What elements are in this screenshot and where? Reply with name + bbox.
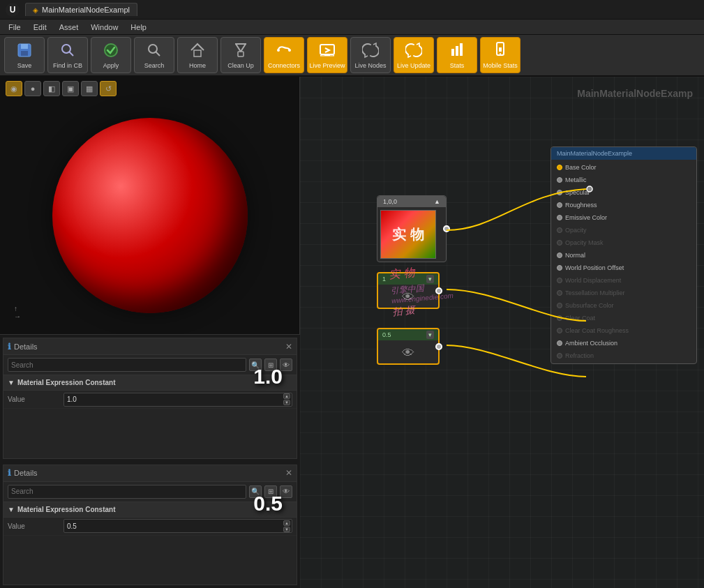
value-up-2[interactable]: ▲ (283, 520, 290, 526)
search-button[interactable]: Search (134, 37, 174, 73)
pin-subsurface: Subsurface Color (554, 299, 694, 312)
constant1-node[interactable]: 1 ▾ 👁 (377, 272, 440, 309)
svg-rect-17 (451, 49, 454, 56)
save-button[interactable]: Save (4, 37, 45, 73)
value-down-2[interactable]: ▼ (283, 527, 290, 532)
home-button[interactable]: Home (177, 37, 218, 73)
texture-node-body: 实 物 (377, 207, 446, 262)
left-panel: ◉ ● ◧ ▣ ▦ ↺ ↑→ ℹ Details ✕ 🔍 ⊞ (0, 77, 300, 588)
search-icon (146, 42, 163, 61)
title-bar: U ◈ MainMaterialNodeExampl (0, 0, 704, 20)
info-icon-1: ℹ (8, 342, 11, 352)
value-down-1[interactable]: ▼ (283, 400, 290, 405)
pin-base-color: Base Color (554, 161, 694, 174)
vp-mode-4[interactable]: ▣ (62, 81, 79, 96)
pin-label-normal: Normal (565, 252, 585, 259)
value-arrows-1[interactable]: ▲ ▼ (283, 393, 290, 405)
live-update-button[interactable]: Live Update (394, 37, 434, 73)
details-title-1: Details (14, 342, 38, 351)
value-field-1[interactable]: 1.0 ▲ ▼ (63, 393, 292, 407)
vp-mode-2[interactable]: ● (24, 81, 41, 96)
menu-edit[interactable]: Edit (28, 22, 52, 33)
right-panel[interactable]: MainMaterialNodeExamp 实 物 引擎中国 www.engin… (300, 77, 704, 588)
pin-opacity: Opacity (554, 224, 694, 236)
big-value-1: 1.0 (253, 365, 283, 389)
constant05-node[interactable]: 0.5 ▾ 👁 (377, 328, 440, 365)
find-in-cb-button[interactable]: Find in CB (47, 37, 88, 73)
pin-emissive: Emissive Color (554, 211, 694, 224)
value-label-1: Value (8, 395, 63, 403)
pin-label-clear-coat: Clear Coat (565, 315, 595, 322)
tab-label: MainMaterialNodeExampl (42, 6, 130, 14)
svg-rect-11 (238, 52, 244, 56)
section-label-1: Material Expression Constant (17, 379, 116, 386)
material-node: MainMaterialNodeExample Base Color Metal… (551, 146, 697, 364)
texture-node[interactable]: 1,0,0 ▲ 实 物 (377, 195, 447, 262)
home-icon (189, 42, 206, 61)
pin-roughness: Roughness (554, 199, 694, 211)
mobile-stats-icon (492, 42, 509, 61)
pin-label-tessellation: Tessellation Multiplier (565, 289, 625, 296)
details-close-1[interactable]: ✕ (285, 342, 292, 352)
value-arrows-2[interactable]: ▲ ▼ (283, 520, 290, 532)
pin-label-world-position: World Position Offset (565, 264, 624, 271)
big-value-2: 0.5 (253, 492, 283, 515)
pin-label-emissive: Emissive Color (565, 214, 607, 221)
connectors-button[interactable]: Connectors (264, 37, 304, 73)
editor-tab[interactable]: ◈ MainMaterialNodeExampl (25, 3, 137, 16)
details-close-2[interactable]: ✕ (285, 468, 292, 478)
live-update-icon (405, 42, 422, 61)
svg-line-9 (236, 44, 241, 52)
home-label: Home (189, 62, 206, 69)
svg-point-21 (500, 53, 501, 54)
details-search-bar-2: 🔍 ⊞ 👁 (3, 482, 297, 502)
mobile-stats-button[interactable]: Mobile Stats (480, 37, 520, 73)
pin-dot-metallic[interactable] (557, 177, 562, 183)
details-search-input-2[interactable] (8, 485, 246, 499)
menu-file[interactable]: File (3, 22, 27, 33)
node-graph[interactable]: MainMaterialNodeExamp 实 物 引擎中国 www.engin… (300, 77, 704, 588)
menu-window[interactable]: Window (85, 22, 123, 33)
pin-dot-base-color[interactable] (557, 165, 562, 170)
svg-rect-8 (194, 50, 201, 56)
pin-label-refraction: Refraction (565, 352, 594, 359)
constant1-dropdown[interactable]: ▾ (426, 275, 434, 283)
live-nodes-button[interactable]: Live Nodes (350, 37, 391, 73)
svg-rect-19 (460, 43, 463, 56)
pin-dot-clear-coat (557, 315, 562, 321)
vp-mode-lit[interactable]: ◉ (6, 81, 22, 96)
svg-point-13 (277, 49, 280, 52)
cleanup-button[interactable]: Clean Up (220, 37, 261, 73)
pin-dot-roughness[interactable] (557, 202, 562, 208)
pin-clear-coat: Clear Coat (554, 312, 694, 324)
svg-rect-1 (21, 44, 28, 49)
pin-dot-normal[interactable] (557, 252, 562, 258)
menu-asset[interactable]: Asset (54, 22, 84, 33)
vp-mode-6[interactable]: ↺ (100, 81, 117, 96)
menu-help[interactable]: Help (125, 22, 152, 33)
pin-dot-emissive[interactable] (557, 215, 562, 220)
value-up-1[interactable]: ▲ (283, 393, 290, 399)
texture-node-output[interactable] (443, 225, 450, 232)
pin-dot-ambient-occlusion[interactable] (557, 340, 562, 346)
pin-tessellation: Tessellation Multiplier (554, 287, 694, 299)
section-label-2: Material Expression Constant (17, 506, 116, 513)
constant05-dropdown[interactable]: ▾ (426, 331, 434, 339)
find-in-cb-label: Find in CB (53, 62, 82, 69)
constant1-output[interactable] (435, 287, 442, 294)
viewport[interactable]: ◉ ● ◧ ▣ ▦ ↺ ↑→ (0, 77, 300, 335)
stats-button[interactable]: Stats (437, 37, 477, 73)
live-preview-button[interactable]: Live Preview (307, 37, 347, 73)
apply-label: Apply (103, 62, 119, 69)
pin-specular: Specular (554, 186, 694, 199)
pin-dot-world-position[interactable] (557, 265, 562, 271)
details-search-input-1[interactable] (8, 358, 246, 372)
apply-button[interactable]: Apply (91, 37, 131, 73)
constant05-output[interactable] (435, 343, 442, 350)
texture-preview: 实 物 (380, 210, 436, 259)
vp-mode-5[interactable]: ▦ (81, 81, 98, 96)
details-header-1: ℹ Details ✕ (3, 338, 297, 355)
value-field-2[interactable]: 0.5 ▲ ▼ (63, 519, 292, 533)
pin-dot-specular[interactable] (557, 190, 562, 195)
vp-mode-3[interactable]: ◧ (43, 81, 60, 96)
